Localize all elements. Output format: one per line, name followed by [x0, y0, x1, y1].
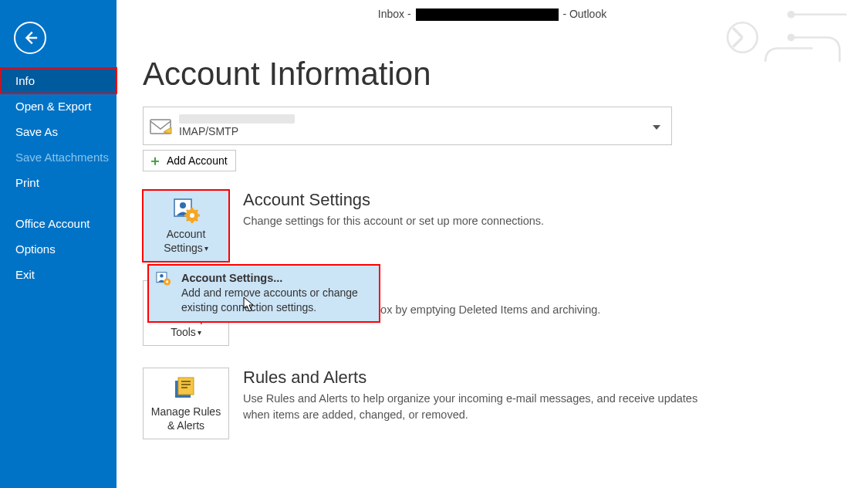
- account-selector[interactable]: IMAP/SMTP: [143, 107, 672, 145]
- svg-point-2: [789, 35, 794, 40]
- button-label: AccountSettings▾: [164, 228, 208, 255]
- backstage-sidebar: Info Open & Export Save As Save Attachme…: [0, 0, 117, 488]
- sidebar-item-label: Open & Export: [15, 100, 91, 113]
- title-prefix: Inbox -: [378, 8, 414, 20]
- sidebar-item-save-attachments: Save Attachments: [0, 144, 117, 170]
- svg-rect-15: [181, 384, 191, 385]
- sidebar-item-label: Save As: [15, 125, 58, 138]
- svg-point-1: [789, 12, 794, 17]
- account-settings-menu-item[interactable]: Account Settings... Add and remove accou…: [148, 265, 380, 322]
- account-settings-icon: [171, 198, 201, 223]
- chevron-down-icon: [653, 120, 660, 132]
- sidebar-item-info[interactable]: Info: [0, 68, 117, 93]
- sidebar-item-options[interactable]: Options: [0, 236, 117, 262]
- section-title: Account Settings: [243, 190, 544, 210]
- svg-point-9: [160, 274, 164, 278]
- plus-icon: ＋: [148, 154, 162, 168]
- svg-rect-14: [181, 381, 191, 382]
- sidebar-item-office-account[interactable]: Office Account: [0, 211, 117, 236]
- svg-rect-16: [181, 387, 187, 388]
- account-email-redacted: [179, 114, 295, 124]
- sidebar-item-label: Office Account: [15, 217, 90, 230]
- arrow-left-icon: [22, 29, 39, 46]
- title-suffix: - Outlook: [560, 8, 607, 20]
- sidebar-item-label: Options: [15, 242, 56, 256]
- main-content: Inbox - - Outlook Account Information: [117, 0, 868, 488]
- page-title: Account Information: [143, 56, 842, 93]
- section-account-settings: AccountSettings▾ Account Settings Change…: [143, 190, 842, 262]
- envelope-icon: [148, 114, 173, 138]
- section-desc: Change settings for this account or set …: [243, 213, 544, 229]
- svg-point-7: [190, 213, 194, 218]
- sidebar-item-label: Exit: [15, 268, 35, 281]
- svg-point-0: [728, 22, 758, 53]
- sidebar-item-label: Save Attachments: [15, 151, 109, 164]
- sidebar-item-exit[interactable]: Exit: [0, 262, 117, 287]
- account-settings-button[interactable]: AccountSettings▾: [143, 190, 229, 262]
- manage-rules-button[interactable]: Manage Rules& Alerts: [143, 368, 229, 439]
- svg-point-5: [180, 202, 186, 208]
- svg-point-11: [166, 280, 168, 283]
- section-rules-alerts: Manage Rules& Alerts Rules and Alerts Us…: [143, 368, 842, 439]
- sidebar-item-label: Info: [15, 74, 35, 87]
- button-label: Manage Rules& Alerts: [151, 405, 221, 432]
- window-title: Inbox - - Outlook: [117, 8, 868, 21]
- add-account-button[interactable]: ＋ Add Account: [143, 150, 236, 171]
- sidebar-item-print[interactable]: Print: [0, 170, 117, 195]
- sidebar-item-save-as[interactable]: Save As: [0, 119, 117, 144]
- sidebar-item-open-export[interactable]: Open & Export: [0, 93, 117, 119]
- section-desc: Use Rules and Alerts to help organize yo…: [243, 391, 706, 423]
- account-settings-menu-icon: [155, 272, 175, 292]
- account-type: IMAP/SMTP: [179, 125, 295, 137]
- add-account-label: Add Account: [167, 154, 228, 167]
- back-button[interactable]: [14, 22, 46, 54]
- title-email-redacted: [416, 8, 559, 21]
- svg-rect-13: [178, 378, 194, 395]
- menu-item-title: Account Settings...: [181, 272, 371, 284]
- rules-icon: [171, 376, 201, 401]
- sidebar-item-label: Print: [15, 176, 39, 189]
- menu-item-desc: Add and remove accounts or change existi…: [181, 286, 371, 315]
- section-title: Rules and Alerts: [243, 368, 706, 388]
